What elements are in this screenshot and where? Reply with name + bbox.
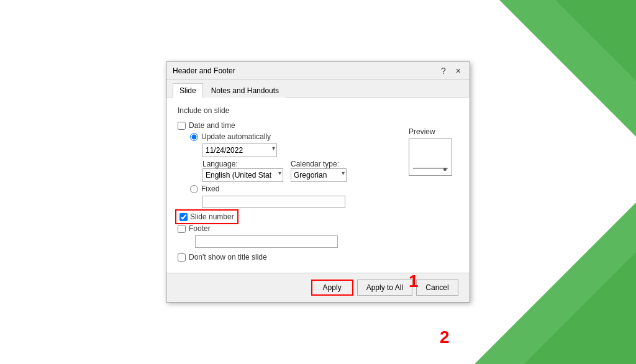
- dont-show-label: Don't show on title slide: [189, 253, 267, 262]
- language-label: Language:: [202, 160, 283, 168]
- help-button[interactable]: ?: [438, 66, 448, 76]
- calendar-select[interactable]: Gregorian: [291, 168, 347, 182]
- update-auto-label: Update automatically: [201, 132, 271, 141]
- fixed-input-row: [202, 196, 458, 208]
- footer-checkbox[interactable]: [178, 225, 186, 233]
- header-footer-dialog: Header and Footer ? × Slide Notes and Ha…: [166, 61, 470, 303]
- dialog-wrapper: Header and Footer ? × Slide Notes and Ha…: [0, 0, 636, 364]
- preview-label: Preview: [409, 127, 458, 136]
- tab-bar: Slide Notes and Handouts: [166, 80, 470, 98]
- apply-button[interactable]: Apply: [311, 280, 353, 296]
- dialog-content: Preview Include on slide Date and time U…: [166, 98, 470, 273]
- footer-label: Footer: [189, 224, 211, 233]
- dialog-titlebar: Header and Footer ? ×: [166, 62, 470, 80]
- slide-number-highlighted: Slide number: [178, 212, 236, 222]
- slide-number-checkbox[interactable]: [179, 213, 188, 221]
- footer-input[interactable]: [195, 235, 338, 248]
- cancel-button[interactable]: Cancel: [416, 280, 458, 296]
- tab-notes-handouts[interactable]: Notes and Handouts: [204, 83, 286, 98]
- calendar-label: Calendar type:: [291, 160, 347, 168]
- close-button[interactable]: ×: [453, 66, 463, 76]
- dont-show-checkbox[interactable]: [178, 253, 186, 262]
- preview-dot: [443, 168, 447, 171]
- date-select-wrapper: 11/24/2022: [202, 143, 277, 157]
- apply-all-button[interactable]: Apply to All: [357, 280, 412, 296]
- dont-show-row: Don't show on title slide: [178, 253, 458, 262]
- update-auto-radio[interactable]: [190, 133, 198, 141]
- tab-slide[interactable]: Slide: [173, 83, 203, 98]
- date-select[interactable]: 11/24/2022: [202, 143, 277, 157]
- language-select-wrapper: English (United States): [202, 168, 283, 182]
- date-time-label: Date and time: [189, 121, 235, 130]
- step-1-label: 1: [409, 271, 419, 291]
- footer-row: Footer: [178, 224, 458, 233]
- fixed-radio[interactable]: [190, 185, 198, 193]
- slide-number-label: Slide number: [190, 212, 234, 221]
- fixed-label: Fixed: [201, 184, 219, 193]
- preview-line: [413, 168, 448, 169]
- calendar-select-wrapper: Gregorian: [291, 168, 347, 182]
- date-time-checkbox[interactable]: [178, 122, 186, 130]
- dialog-controls: ? ×: [438, 66, 463, 76]
- dialog-title: Header and Footer: [173, 66, 235, 75]
- dialog-buttons: Apply Apply to All Cancel: [166, 273, 470, 302]
- section-title: Include on slide: [178, 106, 458, 115]
- fixed-input[interactable]: [202, 196, 345, 208]
- footer-input-row: [195, 235, 458, 248]
- step-2-label: 2: [440, 327, 450, 347]
- slide-number-row: Slide number: [178, 212, 458, 222]
- calendar-group: Calendar type: Gregorian: [291, 160, 347, 182]
- language-group: Language: English (United States): [202, 160, 283, 182]
- preview-box: [409, 139, 452, 176]
- language-select[interactable]: English (United States): [202, 168, 283, 182]
- fixed-row: Fixed: [190, 184, 458, 193]
- preview-area: Preview: [409, 127, 458, 176]
